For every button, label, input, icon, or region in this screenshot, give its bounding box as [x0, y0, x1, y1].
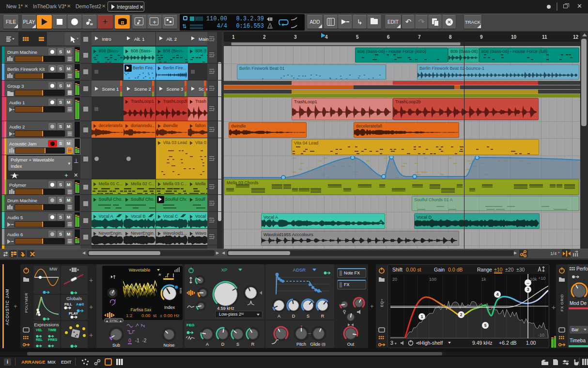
svg-text:↔: ↔ — [526, 280, 530, 285]
svg-text:+10: +10 — [538, 276, 545, 281]
svg-text:100: 100 — [429, 277, 436, 282]
svg-text:20: 20 — [392, 277, 397, 282]
svg-text:w: w — [90, 22, 93, 26]
svg-text:4: 4 — [496, 292, 499, 297]
svg-text:1: 1 — [421, 314, 423, 319]
svg-text:3: 3 — [527, 287, 529, 292]
svg-text:5: 5 — [484, 323, 487, 328]
svg-text:-10: -10 — [538, 333, 544, 337]
svg-text:10k: 10k — [530, 277, 537, 282]
svg-text:1k: 1k — [481, 277, 486, 282]
svg-text:2: 2 — [460, 312, 463, 317]
